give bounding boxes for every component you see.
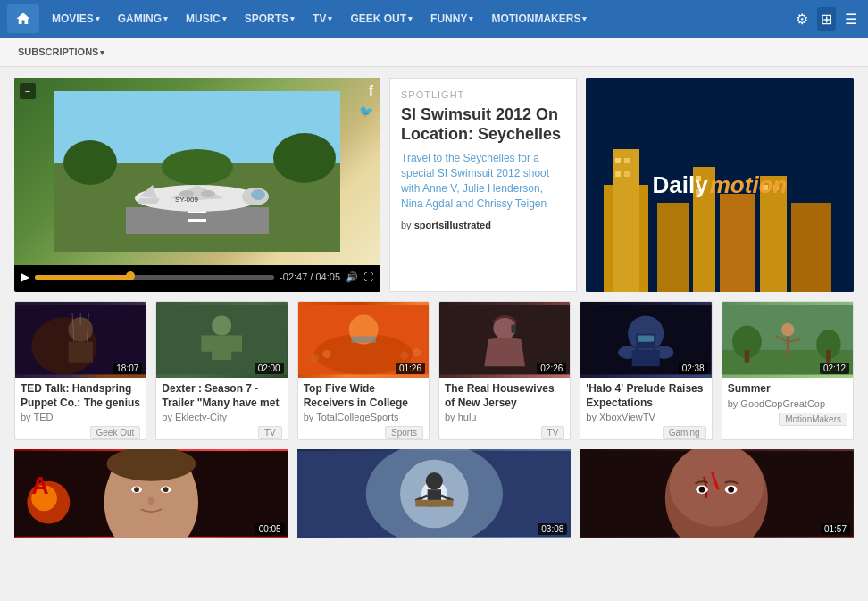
svg-rect-59 [638, 335, 654, 341]
video-thumbnail-dexter: 02:00 [156, 302, 287, 378]
video-card-ted[interactable]: 18:07 TED Talk: Handspring Puppet Co.: T… [14, 301, 146, 440]
duration-badge-summer: 02:12 [820, 363, 849, 374]
volume-icon[interactable]: 🔊 [346, 271, 358, 283]
video-channel-summer: by GoodCopGreatCop [728, 398, 847, 409]
svg-rect-68 [826, 350, 830, 363]
video-tag-sports[interactable]: Sports [385, 426, 423, 439]
svg-rect-43 [202, 335, 214, 351]
video-info-summer: Summer by GoodCopGreatCop MotionMakers [722, 378, 853, 418]
bottom-row: A 00:05 03:08 [14, 449, 854, 538]
nav-movies[interactable]: MOVIES▾ [43, 0, 109, 38]
spotlight-title: SI Swimsuit 2012 On Location: Seychelles [401, 105, 565, 144]
svg-point-16 [201, 190, 215, 197]
nav-tv[interactable]: TV▾ [304, 0, 341, 38]
nav-geekout[interactable]: GEEK OUT▾ [341, 0, 421, 38]
svg-point-15 [179, 190, 194, 197]
dailymotion-panel[interactable]: Dailymotion [586, 78, 854, 292]
fullscreen-icon[interactable]: ⛶ [363, 271, 373, 282]
bottom-video-3[interactable]: 01:57 [580, 449, 854, 538]
svg-point-69 [781, 323, 795, 337]
svg-rect-36 [68, 342, 92, 363]
video-info-sports: Top Five Wide Receivers in College by To… [298, 378, 429, 431]
minimize-button[interactable]: − [20, 83, 36, 99]
spotlight-channel-name[interactable]: sportsillustrated [414, 220, 491, 230]
video-card-housewives[interactable]: 02:26 The Real Housewives of New Jersey … [438, 301, 571, 440]
featured-video-thumbnail: SY-009 − f 🐦 [14, 78, 380, 265]
video-tag-housewives[interactable]: TV [541, 426, 565, 439]
gaming-caret: ▾ [163, 14, 168, 23]
svg-point-4 [162, 149, 233, 185]
grid-view-button[interactable]: ⊞ [817, 7, 836, 31]
duration-badge-dexter: 02:00 [255, 363, 284, 374]
video-tag-ted[interactable]: Geek Out [90, 426, 141, 439]
video-tag-summer[interactable]: MotionMakers [779, 413, 847, 426]
video-channel-ted: by TED [21, 412, 140, 422]
svg-rect-26 [624, 158, 630, 163]
music-caret: ▾ [222, 14, 227, 23]
svg-rect-48 [351, 336, 375, 342]
duration-badge-housewives: 02:26 [537, 363, 566, 374]
svg-point-49 [310, 355, 318, 363]
spotlight-label: SPOTLIGHT [401, 89, 565, 100]
bottom-video-1[interactable]: A 00:05 [14, 449, 288, 538]
svg-point-2 [63, 140, 117, 185]
video-card-summer[interactable]: 02:12 Summer by GoodCopGreatCop MotionMa… [722, 301, 854, 440]
svg-point-81 [147, 497, 154, 505]
video-controls: ▶ -02:47 / 04:05 🔊 ⛶ [14, 265, 380, 288]
progress-bar[interactable] [35, 275, 274, 280]
video-title-sports: Top Five Wide Receivers in College [304, 382, 423, 410]
svg-rect-25 [615, 158, 621, 163]
nav-sports[interactable]: SPORTS▾ [236, 0, 304, 38]
video-info-housewives: The Real Housewives of New Jersey by hul… [439, 378, 570, 431]
duration-badge-halo: 02:38 [679, 363, 708, 374]
video-channel-housewives: by hulu [445, 412, 564, 422]
video-thumbnail-sports: 01:26 [298, 302, 429, 378]
svg-rect-7 [188, 219, 206, 222]
dailymotion-daily: Daily [653, 171, 708, 199]
play-button[interactable]: ▶ [21, 271, 29, 283]
geekout-caret: ▾ [408, 14, 413, 23]
nav-gaming[interactable]: GAMING▾ [109, 0, 177, 38]
bottom-video-2[interactable]: 03:08 [297, 449, 572, 538]
duration-badge-sports: 01:26 [396, 363, 425, 374]
svg-point-90 [425, 472, 442, 489]
svg-rect-44 [230, 335, 243, 351]
svg-rect-22 [720, 194, 755, 292]
subscriptions-nav[interactable]: SUBSCRIPTIONS▾ [14, 45, 108, 59]
video-channel-dexter: by Eklecty-City [162, 412, 281, 422]
subscriptions-caret: ▾ [100, 48, 104, 57]
nav-funny[interactable]: FUNNY▾ [421, 0, 482, 38]
main-content: SY-009 − f 🐦 ▶ -02:47 / 04:05 🔊 ⛶ [0, 67, 868, 549]
video-card-dexter[interactable]: 02:00 Dexter : Season 7 - Trailer "Many … [155, 301, 288, 440]
svg-marker-13 [138, 198, 160, 204]
progress-handle[interactable] [126, 271, 135, 280]
video-tag-dexter[interactable]: TV [258, 426, 282, 439]
top-navigation: MOVIES▾ GAMING▾ MUSIC▾ SPORTS▾ TV▾ GEEK … [0, 0, 868, 38]
svg-point-41 [213, 316, 232, 336]
duration-badge-ted: 18:07 [113, 363, 142, 374]
tv-caret: ▾ [328, 14, 332, 23]
featured-video-player[interactable]: SY-009 − f 🐦 ▶ -02:47 / 04:05 🔊 ⛶ [14, 78, 380, 292]
nav-music[interactable]: MUSIC▾ [177, 0, 236, 38]
motionmakers-caret: ▾ [582, 14, 587, 23]
svg-point-99 [699, 487, 705, 493]
video-card-sports[interactable]: 01:26 Top Five Wide Receivers in College… [297, 301, 430, 440]
video-thumbnail-summer: 02:12 [722, 302, 853, 378]
svg-rect-42 [213, 335, 232, 359]
sub-navigation: SUBSCRIPTIONS▾ [0, 38, 868, 67]
video-card-halo[interactable]: 02:38 'Halo 4' Prelude Raises Expectatio… [580, 301, 712, 440]
list-view-button[interactable]: ☰ [841, 7, 861, 31]
svg-point-52 [413, 348, 421, 356]
nav-motionmakers[interactable]: MOTIONMAKERS▾ [482, 0, 596, 38]
video-info-dexter: Dexter : Season 7 - Trailer "Many have m… [156, 378, 287, 431]
twitter-share-button[interactable]: 🐦 [359, 104, 373, 118]
video-title-housewives: The Real Housewives of New Jersey [445, 382, 564, 410]
settings-button[interactable]: ⚙ [792, 7, 812, 31]
video-thumbnail-halo: 02:38 [580, 302, 711, 378]
svg-point-3 [273, 133, 336, 183]
top-row: SY-009 − f 🐦 ▶ -02:47 / 04:05 🔊 ⛶ [14, 78, 854, 292]
facebook-share-button[interactable]: f [369, 83, 373, 99]
home-button[interactable] [7, 4, 39, 33]
video-grid: 18:07 TED Talk: Handspring Puppet Co.: T… [14, 301, 854, 440]
video-tag-halo[interactable]: Gaming [663, 426, 706, 439]
